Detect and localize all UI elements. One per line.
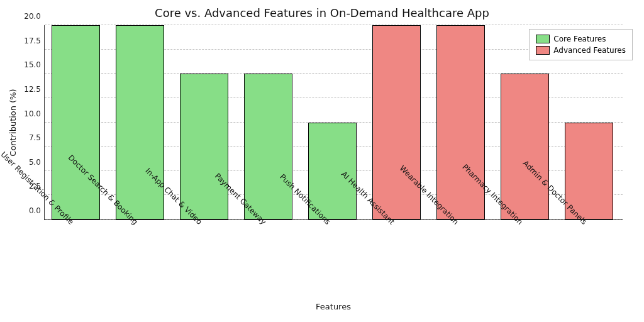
bar-advanced: [372, 25, 421, 219]
bar-core: [244, 74, 292, 219]
legend: Core Features Advanced Features: [529, 29, 633, 60]
legend-swatch-core: [536, 35, 550, 43]
y-tick: 5.0: [29, 158, 45, 167]
bar-core: [180, 74, 228, 219]
x-axis-label: Features: [316, 302, 351, 311]
legend-label: Core Features: [553, 35, 606, 43]
bar-advanced: [501, 74, 549, 219]
y-tick: 15.0: [24, 60, 45, 69]
y-tick: 20.0: [24, 12, 45, 21]
chart-container: Core vs. Advanced Features in On-Demand …: [0, 0, 644, 322]
y-tick: 12.5: [24, 85, 45, 94]
y-axis-label: Contribution (%): [8, 89, 18, 156]
y-tick: 0.0: [29, 206, 45, 215]
legend-item-core: Core Features: [536, 33, 626, 45]
legend-label: Advanced Features: [553, 46, 626, 55]
legend-swatch-advanced: [536, 46, 550, 55]
chart-title: Core vs. Advanced Features in On-Demand …: [0, 6, 644, 19]
y-tick: 7.5: [29, 133, 45, 142]
y-tick: 10.0: [24, 109, 45, 118]
bar-advanced: [436, 25, 485, 219]
bar-core: [116, 25, 164, 219]
y-tick: 17.5: [24, 36, 45, 45]
bar-core: [52, 25, 100, 219]
legend-item-advanced: Advanced Features: [536, 45, 626, 56]
